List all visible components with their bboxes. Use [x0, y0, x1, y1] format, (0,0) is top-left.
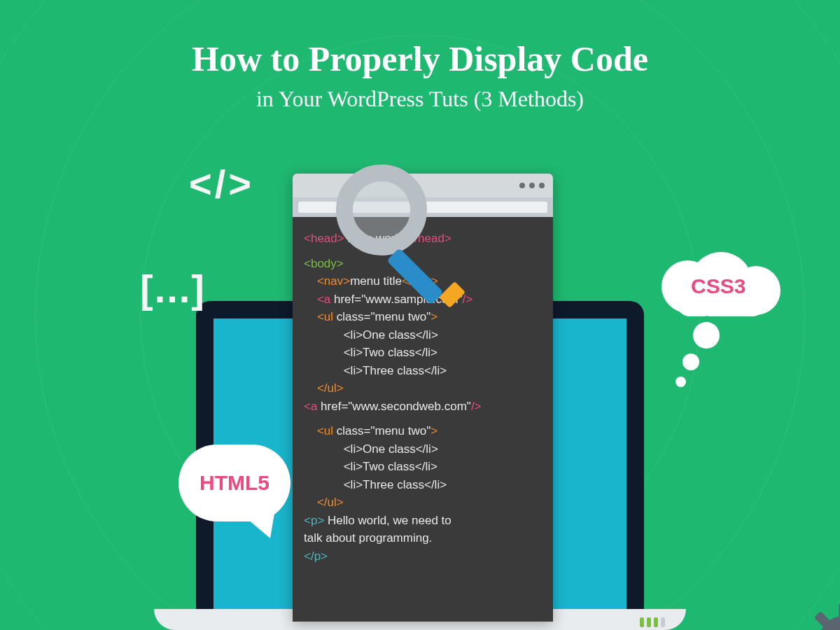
css3-thought-bubble: CSS3 [662, 252, 780, 322]
bracket-decoration: [...] [140, 266, 206, 312]
css3-label: CSS3 [691, 274, 746, 298]
html5-label: HTML5 [200, 471, 270, 495]
window-dot-icon [529, 183, 535, 188]
html5-speech-bubble: HTML5 [178, 444, 290, 522]
page-title: How to Properly Display Code [0, 38, 840, 79]
page-subtitle: in Your WordPress Tuts (3 Methods) [0, 86, 840, 112]
header: How to Properly Display Code in Your Wor… [0, 0, 840, 112]
window-dot-icon [519, 183, 525, 188]
tag-decoration: </> [189, 161, 254, 206]
window-dot-icon [539, 183, 545, 188]
magnifier-icon [336, 164, 427, 255]
